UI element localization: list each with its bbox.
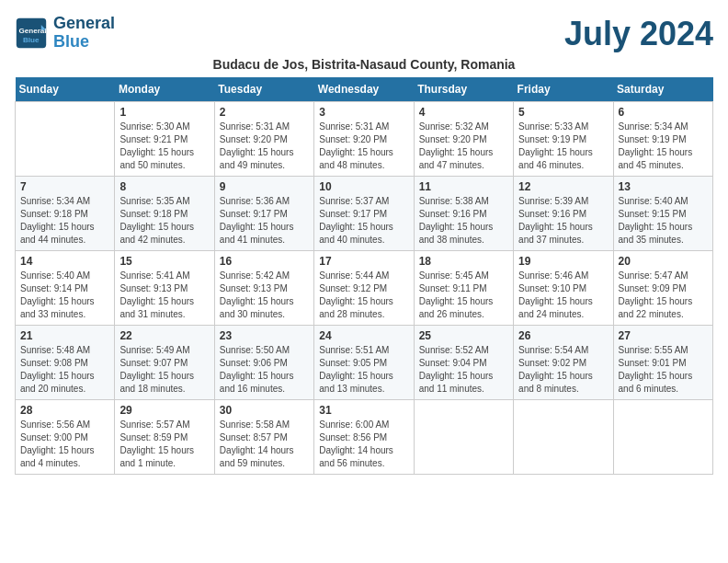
day-number: 29: [119, 404, 209, 417]
weekday-header-thursday: Thursday: [414, 77, 513, 102]
day-number: 27: [619, 329, 708, 342]
calendar-cell: 11Sunrise: 5:38 AM Sunset: 9:16 PM Dayli…: [414, 177, 513, 251]
calendar-cell: [414, 400, 513, 475]
day-number: 9: [220, 180, 309, 193]
calendar-cell: 10Sunrise: 5:37 AM Sunset: 9:17 PM Dayli…: [314, 177, 414, 251]
day-number: 3: [319, 106, 408, 119]
day-number: 10: [319, 180, 408, 193]
day-info: Sunrise: 5:47 AM Sunset: 9:09 PM Dayligh…: [619, 270, 708, 321]
calendar-cell: 6Sunrise: 5:34 AM Sunset: 9:19 PM Daylig…: [613, 102, 712, 177]
day-number: 2: [220, 106, 309, 119]
day-info: Sunrise: 5:31 AM Sunset: 9:20 PM Dayligh…: [220, 121, 309, 172]
calendar-cell: 13Sunrise: 5:40 AM Sunset: 9:15 PM Dayli…: [613, 177, 712, 251]
day-number: 6: [619, 106, 708, 119]
calendar-cell: 28Sunrise: 5:56 AM Sunset: 9:00 PM Dayli…: [16, 400, 115, 475]
day-number: 8: [119, 180, 209, 193]
weekday-header-tuesday: Tuesday: [214, 77, 313, 102]
day-info: Sunrise: 5:42 AM Sunset: 9:13 PM Dayligh…: [220, 270, 309, 321]
day-info: Sunrise: 5:58 AM Sunset: 8:57 PM Dayligh…: [220, 419, 309, 470]
day-info: Sunrise: 5:40 AM Sunset: 9:14 PM Dayligh…: [20, 270, 109, 321]
day-info: Sunrise: 5:30 AM Sunset: 9:21 PM Dayligh…: [119, 121, 209, 172]
day-info: Sunrise: 5:49 AM Sunset: 9:07 PM Dayligh…: [119, 344, 209, 396]
calendar-cell: 22Sunrise: 5:49 AM Sunset: 9:07 PM Dayli…: [115, 326, 214, 400]
day-info: Sunrise: 5:52 AM Sunset: 9:04 PM Dayligh…: [419, 344, 508, 396]
calendar-cell: 24Sunrise: 5:51 AM Sunset: 9:05 PM Dayli…: [314, 326, 414, 400]
calendar-cell: 31Sunrise: 6:00 AM Sunset: 8:56 PM Dayli…: [314, 400, 414, 475]
day-info: Sunrise: 5:50 AM Sunset: 9:06 PM Dayligh…: [220, 344, 309, 396]
day-number: 16: [220, 255, 309, 268]
calendar-cell: 21Sunrise: 5:48 AM Sunset: 9:08 PM Dayli…: [16, 326, 115, 400]
calendar-cell: 1Sunrise: 5:30 AM Sunset: 9:21 PM Daylig…: [115, 102, 214, 177]
title-area: July 2024: [564, 15, 713, 53]
calendar-table: SundayMondayTuesdayWednesdayThursdayFrid…: [15, 77, 713, 475]
day-info: Sunrise: 5:44 AM Sunset: 9:12 PM Dayligh…: [319, 270, 408, 321]
day-number: 7: [20, 180, 109, 193]
day-info: Sunrise: 5:54 AM Sunset: 9:02 PM Dayligh…: [518, 344, 608, 396]
day-info: Sunrise: 5:34 AM Sunset: 9:18 PM Dayligh…: [20, 195, 109, 247]
day-number: 22: [119, 329, 209, 342]
calendar-cell: 3Sunrise: 5:31 AM Sunset: 9:20 PM Daylig…: [314, 102, 414, 177]
week-row-3: 14Sunrise: 5:40 AM Sunset: 9:14 PM Dayli…: [16, 251, 713, 326]
weekday-header-monday: Monday: [115, 77, 214, 102]
day-number: 17: [319, 255, 408, 268]
calendar-cell: 12Sunrise: 5:39 AM Sunset: 9:16 PM Dayli…: [514, 177, 613, 251]
weekday-header-saturday: Saturday: [613, 77, 712, 102]
day-number: 28: [20, 404, 109, 417]
day-number: 21: [20, 329, 109, 342]
day-number: 31: [319, 404, 408, 417]
day-info: Sunrise: 5:48 AM Sunset: 9:08 PM Dayligh…: [20, 344, 109, 396]
calendar-cell: 17Sunrise: 5:44 AM Sunset: 9:12 PM Dayli…: [314, 251, 414, 326]
calendar-cell: 4Sunrise: 5:32 AM Sunset: 9:20 PM Daylig…: [414, 102, 513, 177]
logo: General Blue General Blue: [15, 15, 115, 52]
day-number: 4: [419, 106, 508, 119]
day-info: Sunrise: 5:45 AM Sunset: 9:11 PM Dayligh…: [419, 270, 508, 321]
calendar-cell: 7Sunrise: 5:34 AM Sunset: 9:18 PM Daylig…: [16, 177, 115, 251]
calendar-cell: 19Sunrise: 5:46 AM Sunset: 9:10 PM Dayli…: [514, 251, 613, 326]
day-info: Sunrise: 5:38 AM Sunset: 9:16 PM Dayligh…: [419, 195, 508, 247]
week-row-4: 21Sunrise: 5:48 AM Sunset: 9:08 PM Dayli…: [16, 326, 713, 400]
day-number: 18: [419, 255, 508, 268]
day-number: 15: [119, 255, 209, 268]
day-info: Sunrise: 5:57 AM Sunset: 8:59 PM Dayligh…: [119, 419, 209, 470]
day-number: 30: [220, 404, 309, 417]
week-row-5: 28Sunrise: 5:56 AM Sunset: 9:00 PM Dayli…: [16, 400, 713, 475]
calendar-cell: 20Sunrise: 5:47 AM Sunset: 9:09 PM Dayli…: [613, 251, 712, 326]
calendar-cell: 26Sunrise: 5:54 AM Sunset: 9:02 PM Dayli…: [514, 326, 613, 400]
day-number: 26: [518, 329, 608, 342]
calendar-cell: 30Sunrise: 5:58 AM Sunset: 8:57 PM Dayli…: [214, 400, 313, 475]
week-row-2: 7Sunrise: 5:34 AM Sunset: 9:18 PM Daylig…: [16, 177, 713, 251]
day-number: 1: [119, 106, 209, 119]
day-number: 12: [518, 180, 608, 193]
day-info: Sunrise: 5:51 AM Sunset: 9:05 PM Dayligh…: [319, 344, 408, 396]
day-number: 24: [319, 329, 408, 342]
calendar-cell: 29Sunrise: 5:57 AM Sunset: 8:59 PM Dayli…: [115, 400, 214, 475]
day-info: Sunrise: 5:34 AM Sunset: 9:19 PM Dayligh…: [619, 121, 708, 172]
day-info: Sunrise: 5:35 AM Sunset: 9:18 PM Dayligh…: [119, 195, 209, 247]
calendar-cell: [514, 400, 613, 475]
day-info: Sunrise: 5:56 AM Sunset: 9:00 PM Dayligh…: [20, 419, 109, 470]
calendar-cell: 27Sunrise: 5:55 AM Sunset: 9:01 PM Dayli…: [613, 326, 712, 400]
day-number: 5: [518, 106, 608, 119]
location-title: Budacu de Jos, Bistrita-Nasaud County, R…: [15, 57, 713, 72]
calendar-cell: 15Sunrise: 5:41 AM Sunset: 9:13 PM Dayli…: [115, 251, 214, 326]
day-info: Sunrise: 5:40 AM Sunset: 9:15 PM Dayligh…: [619, 195, 708, 247]
day-number: 11: [419, 180, 508, 193]
weekday-header-sunday: Sunday: [16, 77, 115, 102]
logo-text: General Blue: [53, 15, 115, 52]
day-info: Sunrise: 6:00 AM Sunset: 8:56 PM Dayligh…: [319, 419, 408, 470]
day-info: Sunrise: 5:41 AM Sunset: 9:13 PM Dayligh…: [119, 270, 209, 321]
weekday-header-wednesday: Wednesday: [314, 77, 414, 102]
calendar-cell: [16, 102, 115, 177]
calendar-cell: 9Sunrise: 5:36 AM Sunset: 9:17 PM Daylig…: [214, 177, 313, 251]
month-title: July 2024: [564, 15, 713, 53]
day-info: Sunrise: 5:32 AM Sunset: 9:20 PM Dayligh…: [419, 121, 508, 172]
day-number: 23: [220, 329, 309, 342]
logo-icon: General Blue: [15, 17, 48, 50]
svg-text:Blue: Blue: [23, 36, 40, 44]
day-number: 14: [20, 255, 109, 268]
calendar-cell: 2Sunrise: 5:31 AM Sunset: 9:20 PM Daylig…: [214, 102, 313, 177]
calendar-cell: 14Sunrise: 5:40 AM Sunset: 9:14 PM Dayli…: [16, 251, 115, 326]
weekday-header-friday: Friday: [514, 77, 613, 102]
calendar-cell: 25Sunrise: 5:52 AM Sunset: 9:04 PM Dayli…: [414, 326, 513, 400]
weekday-header-row: SundayMondayTuesdayWednesdayThursdayFrid…: [16, 77, 713, 102]
